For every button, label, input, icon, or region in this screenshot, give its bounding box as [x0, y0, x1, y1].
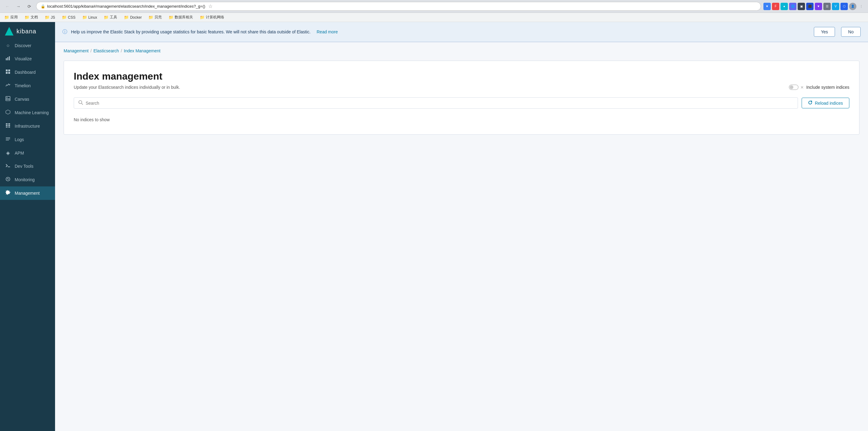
search-container — [74, 97, 798, 109]
sidebar-nav: ○ Discover Visualize Dashboard Timel — [0, 39, 55, 431]
sidebar-item-logs[interactable]: Logs — [0, 133, 55, 146]
sidebar-item-label: Timelion — [15, 83, 31, 88]
sidebar-item-label: Canvas — [15, 97, 29, 102]
svg-rect-5 — [6, 72, 8, 74]
svg-rect-7 — [6, 96, 10, 101]
svg-rect-3 — [6, 69, 8, 71]
sidebar-item-label: Infrastructure — [15, 124, 40, 128]
bookmark-shell[interactable]: 📁 贝壳 — [147, 14, 163, 21]
sidebar-item-label: APM — [15, 151, 24, 155]
bookmark-apps[interactable]: 📁 应用 — [3, 14, 19, 21]
sidebar-item-dashboard[interactable]: Dashboard — [0, 65, 55, 79]
ext-icon-6[interactable]: ⬛ — [806, 3, 813, 10]
include-system-indices-control: ✕ Include system indices — [789, 85, 849, 90]
bookmarks-bar: 📁 应用 📁 文档 📁 JS 📁 CSS 📁 Linux 📁 工具 📁 Dock… — [0, 13, 868, 22]
include-system-indices-toggle[interactable] — [789, 85, 799, 90]
bookmark-label: 文档 — [31, 15, 38, 20]
folder-icon: 📁 — [104, 15, 108, 20]
ext-icon-3[interactable]: ● — [780, 3, 788, 10]
page-title: Index management — [74, 71, 849, 82]
reload-icon — [808, 100, 812, 106]
notification-text: Help us improve the Elastic Stack by pro… — [71, 29, 808, 34]
address-bar[interactable]: 🔒 localhost:5601/app/kibana#/management/… — [36, 2, 761, 11]
sidebar-item-discover[interactable]: ○ Discover — [0, 39, 55, 52]
bookmark-docs[interactable]: 📁 文档 — [23, 14, 39, 21]
sidebar-item-label: Visualize — [15, 56, 32, 61]
svg-rect-2 — [9, 56, 10, 60]
folder-icon: 📁 — [148, 15, 153, 20]
ext-icon-2[interactable]: F — [772, 3, 779, 10]
svg-rect-6 — [8, 72, 10, 74]
reload-indices-button[interactable]: Reload indices — [802, 98, 849, 108]
breadcrumb-sep-1: / — [91, 48, 92, 53]
sidebar-item-monitoring[interactable]: Monitoring — [0, 173, 55, 186]
ext-icon-10[interactable]: ⬡ — [840, 3, 848, 10]
url-text: localhost:5601/app/kibana#/management/el… — [47, 4, 205, 8]
ext-icon-7[interactable]: ▼ — [815, 3, 822, 10]
main-content: Management / Elasticsearch / Index Manag… — [55, 42, 868, 431]
folder-icon: 📁 — [4, 15, 9, 20]
sidebar-item-management[interactable]: Management — [0, 186, 55, 200]
svg-point-8 — [7, 97, 8, 98]
ext-icon-5[interactable]: ▣ — [798, 3, 805, 10]
read-more-link[interactable]: Read more — [316, 29, 338, 34]
sidebar-item-canvas[interactable]: Canvas — [0, 92, 55, 106]
sidebar: kibana ○ Discover Visualize Dashboard — [0, 22, 55, 431]
timelion-icon — [5, 83, 11, 89]
logs-icon — [5, 137, 11, 143]
forward-button[interactable]: → — [14, 2, 23, 11]
ext-icon-9[interactable]: V — [832, 3, 839, 10]
machine-learning-icon — [5, 110, 11, 116]
sidebar-logo: kibana — [0, 22, 55, 39]
bookmark-tools[interactable]: 📁 工具 — [102, 14, 118, 21]
folder-icon: 📁 — [168, 15, 174, 20]
monitoring-icon — [5, 177, 11, 183]
kibana-logo-text: kibana — [17, 28, 36, 35]
bookmark-network[interactable]: 📁 计算机网络 — [198, 14, 225, 21]
management-icon — [5, 190, 11, 196]
yes-button[interactable]: Yes — [814, 27, 835, 37]
no-button[interactable]: No — [841, 27, 861, 37]
menu-icon[interactable]: ⋮ — [858, 3, 865, 10]
profile-icon[interactable]: 👤 — [849, 3, 857, 10]
sidebar-item-label: Management — [15, 191, 40, 196]
bookmark-label: JS — [51, 15, 55, 20]
sidebar-item-apm[interactable]: ◈ APM — [0, 146, 55, 160]
browser-extensions: ▼ F ● 🌐 ▣ ⬛ ▼ ☰ V ⬡ 👤 ⋮ — [764, 3, 865, 10]
sidebar-item-machine-learning[interactable]: Machine Learning — [0, 106, 55, 119]
info-icon: ⓘ — [62, 29, 67, 35]
search-input[interactable] — [86, 101, 794, 106]
sidebar-item-infrastructure[interactable]: Infrastructure — [0, 119, 55, 133]
infrastructure-icon — [5, 123, 11, 129]
bookmark-label: 应用 — [10, 15, 18, 20]
folder-icon: 📁 — [62, 15, 67, 20]
breadcrumb-management[interactable]: Management — [64, 48, 89, 53]
svg-rect-16 — [6, 138, 10, 138]
search-actions-row: Reload indices — [74, 97, 849, 109]
toggle-wrapper: ✕ — [789, 85, 804, 90]
sidebar-item-label: Discover — [15, 43, 31, 48]
toggle-x-icon: ✕ — [800, 85, 804, 90]
ext-icon-1[interactable]: ▼ — [764, 3, 771, 10]
breadcrumb-sep-2: / — [121, 48, 122, 53]
bookmark-linux[interactable]: 📁 Linux — [81, 15, 98, 20]
bookmark-js[interactable]: 📁 JS — [43, 15, 56, 20]
folder-icon: 📁 — [200, 15, 205, 20]
bookmark-docker[interactable]: 📁 Docker — [123, 15, 143, 20]
breadcrumb-elasticsearch[interactable]: Elasticsearch — [94, 48, 119, 53]
ext-icon-8[interactable]: ☰ — [823, 3, 831, 10]
folder-icon: 📁 — [82, 15, 87, 20]
include-system-indices-label: Include system indices — [806, 85, 849, 90]
back-button[interactable]: ← — [3, 2, 11, 11]
sidebar-item-dev-tools[interactable]: Dev Tools — [0, 160, 55, 173]
bookmark-database[interactable]: 📁 数据库相关 — [167, 14, 194, 21]
ext-icon-4[interactable]: 🌐 — [789, 3, 797, 10]
reload-page-button[interactable]: ⟳ — [25, 2, 34, 11]
bookmark-css[interactable]: 📁 CSS — [61, 15, 77, 20]
bookmark-label: 工具 — [110, 15, 117, 20]
visualize-icon — [5, 56, 11, 62]
sidebar-item-timelion[interactable]: Timelion — [0, 79, 55, 92]
page-subtitle: Update your Elasticsearch indices indivi… — [74, 85, 180, 90]
sidebar-item-visualize[interactable]: Visualize — [0, 52, 55, 65]
breadcrumb: Management / Elasticsearch / Index Manag… — [64, 48, 860, 53]
